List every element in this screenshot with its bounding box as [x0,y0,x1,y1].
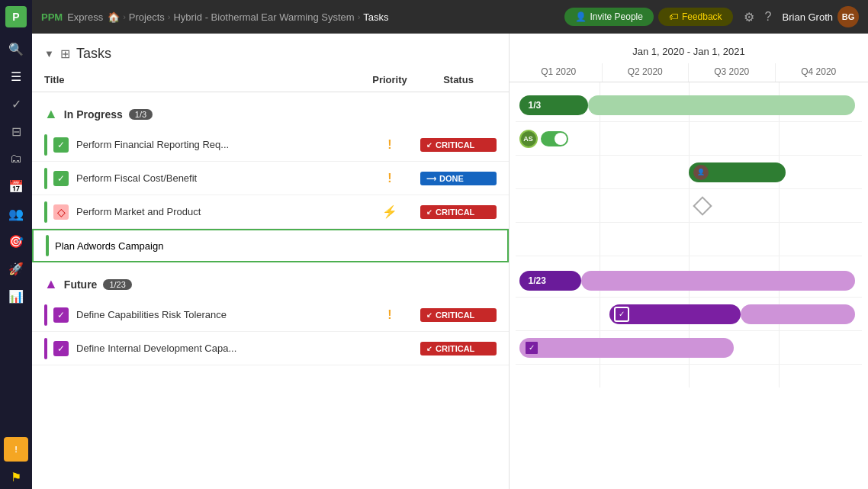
done-icon-2: ⟶ [426,175,436,182]
gantt-row-future1: ✓ [516,298,862,331]
tasks-header: ▼ ⊞ Tasks [32,46,509,71]
task-bar-4 [46,235,49,256]
gantt-row-future2: ✓ [516,331,862,365]
task-check-5[interactable]: ✓ [53,307,69,323]
task-name-2: Perform Fiscal Cost/Benefit [76,172,359,184]
sidebar-notification-2[interactable]: ⚑ [4,465,28,489]
status-badge-critical-5: ↙ CRITICAL [420,308,497,322]
table-row[interactable]: ✓ Define Capabilities Risk Tolerance ! ↙… [32,298,509,332]
task-name-input[interactable] [55,240,495,252]
group-future-badge: 1/23 [103,279,131,290]
gantt-bar-inprogress-dark[interactable]: 1/3 [519,95,589,115]
task-bar-6 [44,338,47,359]
collapse-button[interactable]: ▼ [44,48,54,60]
task-priority-5: ! [359,308,420,322]
group-future-name: Future [64,278,98,291]
gantt-row-group-future: 1/23 [516,264,862,298]
task-panel: ▼ ⊞ Tasks Title Priority Status ▲ In Pro… [32,34,509,489]
invite-icon: 👤 [575,11,587,22]
icon-sidebar: P 🔍 ☰ ✓ ⊟ 🗂 📅 👥 🎯 🚀 📊 ! ⚑ [0,0,32,489]
status-badge-critical-3: ↙ CRITICAL [420,205,497,219]
avatar-task2: 👤 [693,165,709,180]
task-name-5: Define Capabilities Risk Tolerance [76,309,359,320]
task-bar-5 [44,304,47,326]
gantt-bar-future1-tail[interactable] [741,304,855,324]
group-in-progress-header[interactable]: ▲ In Progress 1/3 [32,98,509,128]
checkbox-future1: ✓ [614,307,629,322]
gantt-bar-future-light[interactable] [581,271,855,291]
sidebar-search[interactable]: 🔍 [4,37,28,61]
sep1: › [123,12,126,21]
task-status-6: ↙ CRITICAL [420,342,497,355]
gantt-row-task2: 👤 [516,156,862,189]
invite-button[interactable]: 👤 Invite People [564,8,654,26]
critical-icon-3: ↙ [426,208,432,216]
breadcrumb-projects[interactable]: Projects [129,11,165,23]
table-row[interactable]: ✓ Perform Financial Reporting Req... ! ↙… [32,128,509,162]
task-status-1: ↙ CRITICAL [420,138,497,152]
page-title: Tasks [76,46,111,62]
feedback-icon: 🏷 [669,11,678,22]
group-future-icon: ▲ [44,276,58,292]
task-status-2: ⟶ DONE [420,172,497,185]
task-bar-2 [44,168,47,189]
feedback-button[interactable]: 🏷 Feedback [658,8,733,26]
task-bar-1 [44,134,47,156]
group-future-header[interactable]: ▲ Future 1/23 [32,269,509,298]
product-name: Express [67,11,103,23]
status-badge-critical-6: ↙ CRITICAL [420,342,497,355]
table-row[interactable]: ✓ Define Internal Development Capa... ↙ … [32,332,509,365]
gantt-q4: Q4 2020 [776,63,863,82]
column-headers: Title Priority Status [32,71,509,92]
brand: PPM Express [41,11,103,23]
task-row-editing[interactable] [32,229,509,262]
gantt-date-range: Jan 1, 2020 - Jan 1, 2021 [510,46,868,63]
gantt-bar-future-dark[interactable]: 1/23 [519,271,582,291]
help-icon[interactable]: ? [765,10,772,24]
task-bar-3 [44,201,47,223]
table-row[interactable]: ✓ Perform Fiscal Cost/Benefit ! ⟶ DONE [32,162,509,195]
sidebar-list[interactable]: ⊟ [4,119,28,143]
task-check-6[interactable]: ✓ [53,341,69,356]
gantt-bar-inprogress-light[interactable] [588,95,855,115]
task-status-3: ↙ CRITICAL [420,205,497,219]
gantt-bar-future1[interactable]: ✓ [609,304,741,324]
settings-icon[interactable]: ⚙ [744,10,754,24]
gantt-task1-indicator: AS [519,130,568,148]
task-check-2[interactable]: ✓ [53,171,69,186]
task-name-6: Define Internal Development Capa... [76,343,359,354]
sidebar-calendar[interactable]: 📅 [4,174,28,198]
gantt-bar-task2[interactable]: 👤 [689,162,786,182]
gantt-q2: Q2 2020 [603,63,690,82]
sidebar-people[interactable]: 👥 [4,201,28,226]
main-area: PPM Express 🏠 › Projects › Hybrid - Biot… [32,0,868,489]
sidebar-folder[interactable]: 🗂 [4,146,28,171]
table-row[interactable]: ◇ Perform Market and Product ⚡ ↙ CRITICA… [32,195,509,229]
breadcrumb-home-icon[interactable]: 🏠 [108,11,120,23]
gantt-row-task3 [516,189,862,223]
breadcrumb-project[interactable]: Hybrid - Biothermal Ear Warming System [173,11,354,23]
toggle-task1[interactable] [541,131,568,146]
sidebar-target[interactable]: 🎯 [4,229,28,253]
gantt-bar-future2[interactable]: ✓ [519,338,734,358]
sidebar-chart[interactable]: 📊 [4,284,28,308]
group-in-progress-icon: ▲ [44,106,58,122]
sidebar-rocket[interactable]: 🚀 [4,256,28,281]
critical-icon-5: ↙ [426,311,432,319]
task-name-1: Perform Financial Reporting Req... [76,139,359,150]
task-check-1[interactable]: ✓ [53,137,69,153]
gantt-panel: Jan 1, 2020 - Jan 1, 2021 Q1 2020 Q2 202… [509,34,868,489]
critical-icon-1: ↙ [426,141,432,149]
col-title-header: Title [44,74,359,85]
sep2: › [168,12,171,21]
topbar: PPM Express 🏠 › Projects › Hybrid - Biot… [32,0,868,34]
gantt-quarters: Q1 2020 Q2 2020 Q3 2020 Q4 2020 [510,63,868,82]
sidebar-menu[interactable]: ☰ [4,64,28,88]
sidebar-check[interactable]: ✓ [4,92,28,116]
user-menu[interactable]: Brian Groth BG [783,6,859,27]
sidebar-notification-1[interactable]: ! [4,437,28,462]
task-diamond-3[interactable]: ◇ [53,204,69,220]
user-name: Brian Groth [783,11,833,23]
gantt-row-group-inprogress: 1/3 [516,88,862,122]
app-logo[interactable]: P [5,6,27,27]
